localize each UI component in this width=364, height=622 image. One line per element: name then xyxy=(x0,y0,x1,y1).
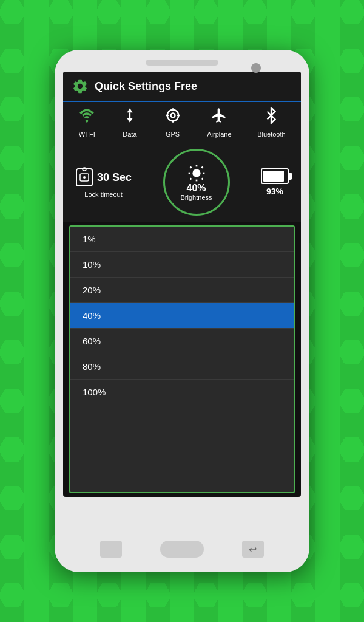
svg-line-17 xyxy=(190,167,191,168)
middle-section: 30 Sec Lock timeout xyxy=(63,143,301,222)
bluetooth-icon xyxy=(263,107,280,128)
data-icon xyxy=(121,107,138,128)
lock-icon-wrap: 30 Sec xyxy=(75,166,132,188)
svg-point-0 xyxy=(86,120,89,123)
brightness-circle-wrap[interactable]: 40% Brightness xyxy=(163,149,230,216)
app-header: Quick Settings Free xyxy=(63,72,301,102)
brightness-label: Brightness xyxy=(181,194,212,201)
gps-icon xyxy=(164,107,181,128)
phone-frame: Quick Settings Free WI-FI xyxy=(55,50,309,572)
svg-line-19 xyxy=(190,178,191,179)
toggle-bluetooth[interactable]: Bluetooth xyxy=(257,107,285,138)
svg-point-12 xyxy=(192,169,200,177)
svg-line-20 xyxy=(201,167,203,168)
gps-label: GPS xyxy=(166,131,180,138)
brightness-option-100[interactable]: 100% xyxy=(70,380,294,405)
brightness-option-20[interactable]: 20% xyxy=(70,278,294,303)
wifi-icon xyxy=(78,107,95,128)
brightness-sun-icon xyxy=(187,163,206,183)
battery-wrap: 93% xyxy=(261,168,289,196)
toggle-wifi[interactable]: WI-FI xyxy=(78,107,95,138)
gear-icon xyxy=(72,78,89,95)
svg-point-2 xyxy=(167,110,178,121)
app-title: Quick Settings Free xyxy=(95,80,197,93)
lock-time-text: 30 Sec xyxy=(97,171,132,184)
data-label: Data xyxy=(123,131,136,138)
screen: Quick Settings Free WI-FI xyxy=(63,72,301,497)
phone-speaker xyxy=(146,60,218,66)
battery-percentage: 93% xyxy=(266,186,283,196)
airplane-icon xyxy=(211,107,228,128)
brightness-option-1[interactable]: 1% xyxy=(70,227,294,252)
toggle-gps[interactable]: GPS xyxy=(164,107,181,138)
battery-fill xyxy=(263,171,284,182)
nav-home-button[interactable] xyxy=(160,541,204,558)
airplane-label: Airplane xyxy=(207,131,231,138)
nav-back-button[interactable]: ↩ xyxy=(242,541,264,558)
bluetooth-label: Bluetooth xyxy=(257,131,285,138)
brightness-dropdown: 1% 10% 20% 40% 60% 80% 100% xyxy=(69,225,295,493)
brightness-percentage: 40% xyxy=(187,183,206,194)
svg-line-18 xyxy=(201,178,203,179)
brightness-option-40[interactable]: 40% xyxy=(70,303,294,329)
toggle-data[interactable]: Data xyxy=(121,107,138,138)
phone-nav-bar: ↩ xyxy=(63,535,301,564)
phone-lock-icon xyxy=(75,166,93,188)
brightness-option-60[interactable]: 60% xyxy=(70,329,294,354)
lock-label: Lock timeout xyxy=(84,191,122,198)
svg-point-10 xyxy=(83,176,86,179)
wifi-label: WI-FI xyxy=(79,131,95,138)
svg-point-3 xyxy=(170,114,175,118)
toggles-row: WI-FI Data xyxy=(63,102,301,143)
toggle-airplane[interactable]: Airplane xyxy=(207,107,231,138)
phone-camera xyxy=(251,63,261,73)
nav-recent-button[interactable] xyxy=(100,541,122,558)
brightness-circle: 40% Brightness xyxy=(163,149,230,216)
lock-timeout[interactable]: 30 Sec Lock timeout xyxy=(75,166,132,198)
brightness-option-10[interactable]: 10% xyxy=(70,252,294,278)
battery-icon xyxy=(261,168,289,184)
brightness-option-80[interactable]: 80% xyxy=(70,354,294,380)
